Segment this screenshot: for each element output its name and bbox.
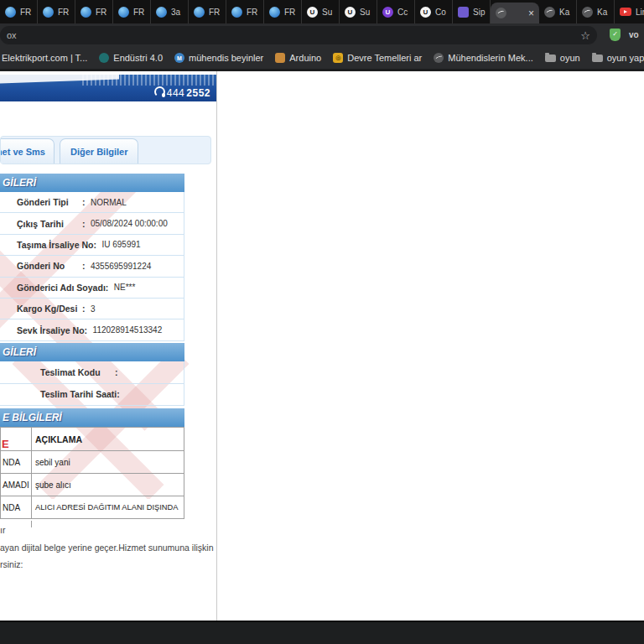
section-header: E BİLGİLERİ (0, 408, 184, 427)
tab-label: FR (96, 8, 106, 17)
row-colon: : (85, 325, 93, 335)
headset-icon (154, 86, 165, 97)
row-value: IU 695991 (101, 240, 184, 249)
globe-swoosh-icon (434, 53, 444, 63)
adguard-shield-icon[interactable]: ✓ (610, 29, 621, 41)
bookmark-label: mühendis beyinler (189, 53, 263, 63)
udemy-favicon-icon: U (345, 7, 356, 18)
table-row: Teslim Tarihi Saati: (0, 384, 184, 407)
row-value: 05/08/2024 00:00:00 (91, 219, 184, 228)
row-label: Kargo Kg/Desi (0, 304, 82, 314)
globe-favicon-icon (43, 7, 54, 18)
browser-tab[interactable]: FR (0, 0, 38, 23)
kargo-favicon-icon (496, 8, 506, 18)
circuit-icon: ◎ (333, 53, 343, 63)
bottom-dark-bar (0, 621, 644, 644)
bookmark-item[interactable]: Arduino (275, 53, 321, 63)
detail-tab-bar: zmet ve Sms Diğer Bilgiler (0, 136, 211, 164)
banner-stripes (82, 75, 217, 86)
bookmark-folder[interactable]: oyun (545, 53, 580, 63)
table-row: Çıkış Tarihi:05/08/2024 00:00:00 (0, 213, 184, 234)
table-header-row: AÇIKLAMA (1, 428, 184, 451)
globe-favicon-icon (5, 7, 16, 18)
address-bar[interactable]: ox ☆ (0, 26, 597, 44)
row-colon: : (82, 304, 91, 314)
delivery-info-section: GİLERİ Teslimat Kodu: Teslim Tarihi Saat… (0, 343, 184, 406)
browser-tab[interactable]: UCc (377, 0, 415, 23)
browser-tab[interactable]: FR (226, 0, 264, 23)
browser-tab[interactable]: Ka (539, 0, 577, 23)
url-text[interactable]: ox (7, 30, 580, 40)
tab-label: Su (322, 8, 332, 17)
browser-tab[interactable]: FR (264, 0, 302, 23)
close-tab-icon[interactable]: × (528, 8, 534, 18)
browser-tab[interactable]: USu (340, 0, 377, 23)
bookmark-label: Elektrikport.com | T... (2, 53, 87, 63)
browser-tab[interactable]: Sip (453, 0, 491, 23)
row-colon: : (115, 367, 123, 377)
kargo-favicon-icon (582, 7, 593, 18)
callcenter-phone: 444 2552 (154, 86, 210, 99)
status-cell: NDA (1, 451, 32, 474)
status-info-section: E BİLGİLERİ AÇIKLAMA NDA sebil yani AMAD… (0, 408, 184, 519)
browser-tab[interactable]: FR (75, 0, 113, 23)
row-label: Sevk İrsaliye No (0, 325, 85, 335)
bookmark-label: Devre Temelleri ar (347, 53, 422, 63)
browser-tab[interactable]: Lin (615, 0, 644, 23)
row-colon: : (82, 219, 91, 229)
arduino-icon (275, 53, 285, 63)
phone-prefix: 444 (167, 87, 185, 99)
footer-text-line: rsiniz: (0, 559, 23, 569)
browser-tab-active[interactable]: × (491, 3, 539, 23)
bookmark-label: Arduino (289, 53, 321, 63)
tab-label: FR (58, 8, 69, 17)
tab-label: Co (435, 8, 446, 17)
bookmark-item[interactable]: Endüstri 4.0 (99, 53, 163, 63)
browser-tab[interactable]: FR (38, 0, 75, 23)
phone-number: 2552 (186, 87, 210, 99)
bookmark-star-icon[interactable]: ☆ (580, 29, 590, 42)
bookmark-item[interactable]: Mühendislerin Mek... (434, 53, 533, 63)
row-value: 3 (91, 304, 184, 314)
tab-label: FR (133, 8, 144, 17)
row-colon: : (117, 389, 125, 399)
row-label: Gönderici Adı Soyadı (0, 283, 106, 293)
bookmark-label: Mühendislerin Mek... (448, 53, 533, 63)
row-label: Teslimat Kodu (0, 367, 115, 377)
bookmark-item[interactable]: Elektrikport.com | T... (2, 53, 87, 63)
browser-tab[interactable]: UCo (415, 0, 453, 23)
table-row: Teslimat Kodu: (0, 361, 184, 384)
table-row: NDA ALICI ADRESİ DAĞITIM ALANI DIŞINDA (1, 496, 184, 519)
browser-tab[interactable]: FR (113, 0, 151, 23)
globe-favicon-icon (194, 7, 205, 18)
tab-label: 3a (171, 8, 180, 17)
browser-tab[interactable]: FR (189, 0, 226, 23)
row-value: NE*** (114, 283, 184, 292)
footer-text-line: ır (0, 525, 5, 535)
tab-label: Lin (636, 8, 644, 17)
tab-diger-bilgiler[interactable]: Diğer Bilgiler (60, 138, 138, 164)
page-content: 444 2552 zmet ve Sms Diğer Bilgiler GİLE… (0, 71, 644, 621)
row-colon: : (82, 197, 91, 207)
table-row: Gönderici Adı Soyadı:NE*** (0, 278, 184, 299)
shipment-info-section: GİLERİ Gönderi Tipi:NORMAL Çıkış Tarihi:… (0, 174, 184, 341)
browser-tab[interactable]: Ka (577, 0, 615, 23)
table-row: Kargo Kg/Desi:3 (0, 299, 184, 319)
row-label: Gönderi Tipi (0, 197, 82, 207)
bookmark-item[interactable]: ◎Devre Temelleri ar (333, 53, 422, 63)
bookmark-item[interactable]: Mmühendis beyinler (174, 53, 263, 63)
browser-tab[interactable]: 3a (151, 0, 189, 23)
browser-tab[interactable]: USu (302, 0, 340, 23)
table-row: Taşıma İrsaliye No:IU 695991 (0, 235, 184, 256)
app-favicon-icon (458, 7, 469, 18)
tab-hizmet-ve-sms[interactable]: zmet ve Sms (1, 138, 55, 164)
bookmarks-bar: Elektrikport.com | T... Endüstri 4.0 Mmü… (0, 47, 644, 71)
bookmark-folder[interactable]: oyun yapımı (592, 53, 644, 63)
udemy-purple-favicon-icon: U (382, 7, 393, 18)
extension-vo-icon[interactable]: vo (629, 30, 639, 39)
tab-label: FR (247, 8, 257, 17)
aciklama-cell: sebil yani (32, 451, 184, 474)
folder-icon (545, 55, 556, 62)
shipment-info-table: Gönderi Tipi:NORMAL Çıkış Tarihi:05/08/2… (0, 192, 184, 341)
tab-label: zmet ve Sms (1, 147, 45, 157)
